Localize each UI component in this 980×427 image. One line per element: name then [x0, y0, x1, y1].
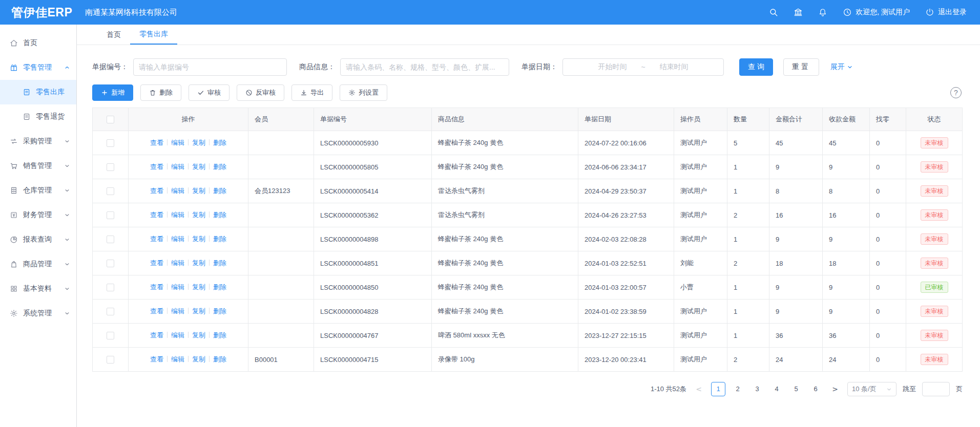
row-action-delete[interactable]: 删除 [213, 211, 226, 219]
unaudit-button[interactable]: 反审核 [237, 84, 284, 101]
sidebar-item-basic-data[interactable]: 基本资料 [0, 276, 76, 301]
row-checkbox[interactable] [107, 308, 114, 315]
row-action-copy[interactable]: 复制 [192, 211, 205, 219]
logout-button[interactable]: 退出登录 [925, 8, 967, 17]
row-action-view[interactable]: 查看 [150, 331, 163, 339]
row-action-view[interactable]: 查看 [150, 355, 163, 363]
row-checkbox[interactable] [107, 187, 114, 195]
row-action-view[interactable]: 查看 [150, 307, 163, 315]
row-action-edit[interactable]: 编辑 [171, 235, 184, 243]
row-action-view[interactable]: 查看 [150, 139, 163, 146]
row-action-copy[interactable]: 复制 [192, 187, 205, 195]
row-action-delete[interactable]: 删除 [213, 163, 226, 170]
sidebar-item-finance-mgmt[interactable]: 财务管理 [0, 203, 76, 227]
audit-button[interactable]: 审核 [189, 84, 230, 101]
sidebar-item-retail-mgmt[interactable]: 零售管理 [0, 55, 76, 80]
sidebar-item-retail-outbound[interactable]: 零售出库 [0, 80, 76, 104]
sidebar-item-report-query[interactable]: 报表查询 [0, 227, 76, 252]
row-member [248, 300, 314, 324]
row-action-edit[interactable]: 编辑 [171, 331, 184, 339]
row-action-copy[interactable]: 复制 [192, 307, 205, 315]
row-action-edit[interactable]: 编辑 [171, 259, 184, 267]
page-button-4[interactable]: 4 [769, 382, 784, 396]
header-date: 单据日期 [578, 108, 674, 131]
page-button-2[interactable]: 2 [731, 382, 745, 396]
row-checkbox[interactable] [107, 356, 114, 364]
row-checkbox[interactable] [107, 332, 114, 339]
search-icon[interactable] [769, 8, 778, 17]
help-icon[interactable]: ? [950, 87, 962, 98]
row-action-delete[interactable]: 删除 [213, 139, 226, 146]
row-action-edit[interactable]: 编辑 [171, 307, 184, 315]
row-action-view[interactable]: 查看 [150, 235, 163, 243]
row-action-delete[interactable]: 删除 [213, 331, 226, 339]
tab-retail-outbound[interactable]: 零售出库 [130, 25, 177, 45]
action-divider [188, 139, 189, 145]
row-action-view[interactable]: 查看 [150, 259, 163, 267]
prev-page-button[interactable]: < [693, 385, 705, 393]
row-checkbox[interactable] [107, 139, 114, 147]
export-button[interactable]: 导出 [291, 84, 332, 101]
row-action-delete[interactable]: 删除 [213, 259, 226, 267]
row-action-delete[interactable]: 删除 [213, 235, 226, 243]
row-checkbox[interactable] [107, 260, 114, 267]
bell-icon[interactable] [818, 8, 827, 17]
add-button[interactable]: 新增 [92, 84, 133, 101]
page-button-5[interactable]: 5 [789, 382, 803, 396]
sidebar-item-sales-mgmt[interactable]: 销售管理 [0, 154, 76, 178]
row-checkbox[interactable] [107, 284, 114, 291]
next-page-button[interactable]: > [829, 385, 841, 393]
select-all-checkbox[interactable] [107, 116, 114, 123]
reset-button[interactable]: 重置 [783, 58, 819, 76]
row-action-delete[interactable]: 删除 [213, 307, 226, 315]
row-checkbox[interactable] [107, 163, 114, 171]
sidebar-item-home[interactable]: 首页 [0, 31, 76, 55]
sidebar-item-system-mgmt[interactable]: 系统管理 [0, 301, 76, 326]
product-info-input[interactable] [340, 58, 509, 76]
column-settings-button[interactable]: 列设置 [340, 84, 387, 101]
audit-label: 审核 [207, 88, 221, 97]
sidebar-item-purchase-mgmt[interactable]: 采购管理 [0, 129, 76, 154]
page-button-1[interactable]: 1 [711, 382, 725, 396]
row-action-view[interactable]: 查看 [150, 163, 163, 170]
row-action-edit[interactable]: 编辑 [171, 139, 184, 146]
page-button-6[interactable]: 6 [808, 382, 823, 396]
row-action-copy[interactable]: 复制 [192, 355, 205, 363]
row-action-copy[interactable]: 复制 [192, 235, 205, 243]
row-action-edit[interactable]: 编辑 [171, 211, 184, 219]
user-menu[interactable]: 欢迎您, 测试用户 [843, 8, 910, 17]
page-size-select[interactable]: 10 条/页 [847, 382, 896, 396]
delete-button[interactable]: 删除 [140, 84, 181, 101]
row-action-copy[interactable]: 复制 [192, 331, 205, 339]
jump-page-input[interactable] [922, 382, 950, 396]
row-checkbox[interactable] [107, 236, 114, 243]
expand-link[interactable]: 展开 [830, 62, 853, 72]
row-action-view[interactable]: 查看 [150, 283, 163, 291]
bank-icon[interactable] [794, 8, 803, 17]
row-action-copy[interactable]: 复制 [192, 163, 205, 170]
row-action-view[interactable]: 查看 [150, 211, 163, 219]
row-action-delete[interactable]: 删除 [213, 283, 226, 291]
row-action-edit[interactable]: 编辑 [171, 355, 184, 363]
row-amount: 9 [769, 300, 823, 324]
row-checkbox[interactable] [107, 211, 114, 219]
date-range-input[interactable]: 开始时间 ~ 结束时间 [562, 58, 724, 76]
search-button[interactable]: 查 询 [739, 58, 773, 76]
row-action-delete[interactable]: 删除 [213, 355, 226, 363]
row-action-copy[interactable]: 复制 [192, 139, 205, 146]
sidebar-item-product-mgmt[interactable]: 商品管理 [0, 252, 76, 276]
row-action-edit[interactable]: 编辑 [171, 187, 184, 195]
order-no-input[interactable] [133, 58, 287, 76]
row-action-copy[interactable]: 复制 [192, 283, 205, 291]
row-action-edit[interactable]: 编辑 [171, 163, 184, 170]
row-action-delete[interactable]: 删除 [213, 187, 226, 195]
row-action-edit[interactable]: 编辑 [171, 283, 184, 291]
row-member: B00001 [248, 348, 314, 372]
row-date: 2024-01-02 23:38:59 [578, 300, 674, 324]
sidebar-item-warehouse-mgmt[interactable]: 仓库管理 [0, 178, 76, 203]
tab-home[interactable]: 首页 [97, 25, 130, 45]
page-button-3[interactable]: 3 [750, 382, 764, 396]
sidebar-item-retail-return[interactable]: 零售退货 [0, 104, 76, 129]
row-action-view[interactable]: 查看 [150, 187, 163, 195]
row-action-copy[interactable]: 复制 [192, 259, 205, 267]
